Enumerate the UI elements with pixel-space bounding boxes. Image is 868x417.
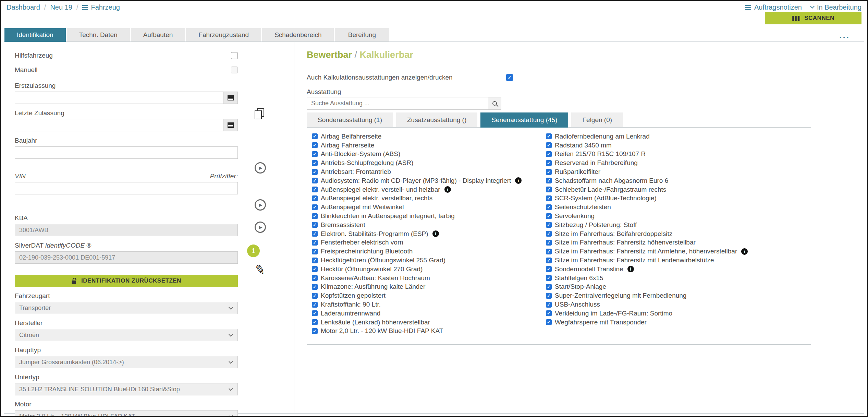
hilfsfahrzeug-checkbox[interactable] xyxy=(231,52,238,59)
equipment-checkbox[interactable] xyxy=(312,258,318,263)
haupttyp-group: Haupttyp Jumper Grossraumkasten (06.2014… xyxy=(15,346,238,368)
equipment-checkbox[interactable] xyxy=(546,187,552,192)
breadcrumb-order[interactable]: Neu 19 xyxy=(50,3,72,11)
fahrzeugart-select[interactable]: Transporter xyxy=(15,302,238,314)
equipment-checkbox[interactable] xyxy=(312,328,318,334)
equipment-item: Start/Stop-Anlage i xyxy=(546,283,780,291)
equipment-checkbox[interactable] xyxy=(546,204,552,210)
info-icon[interactable]: i xyxy=(515,177,522,184)
motor-select[interactable]: Motor 2,0 Ltr. - 120 kW Blue-HDI FAP KAT xyxy=(15,410,238,417)
equipment-checkbox[interactable] xyxy=(312,231,318,237)
equipment-checkbox[interactable] xyxy=(546,160,552,166)
status-dropdown[interactable]: In Bearbeitung xyxy=(811,3,861,11)
main-tab[interactable]: Aufbauten xyxy=(131,28,185,41)
main-tab[interactable]: Identifikation xyxy=(4,28,66,42)
page-title: Bewertbar / Kalkulierbar xyxy=(307,50,413,60)
equipment-checkbox[interactable] xyxy=(546,231,552,237)
equipment-checkbox[interactable] xyxy=(312,302,318,308)
equipment-checkbox[interactable] xyxy=(312,319,318,325)
equipment-item-label: Außenspiegel mit Weitwinkel xyxy=(321,203,404,211)
equipment-tab[interactable]: Serienausstattung (45) xyxy=(480,112,568,128)
kalkulation-checkbox[interactable] xyxy=(506,74,513,81)
equipment-checkbox[interactable] xyxy=(546,310,552,316)
equipment-checkbox[interactable] xyxy=(312,133,318,139)
equipment-checkbox[interactable] xyxy=(546,213,552,219)
vin-group: VIN Prüfziffer: xyxy=(15,172,238,194)
info-icon[interactable]: i xyxy=(741,248,748,255)
equipment-checkbox[interactable] xyxy=(546,266,552,272)
equipment-checkbox[interactable] xyxy=(546,258,552,263)
erstzulassung-calendar-button[interactable] xyxy=(223,92,237,104)
equipment-checkbox[interactable] xyxy=(546,275,552,281)
equipment-checkbox[interactable] xyxy=(312,169,318,175)
equipment-checkbox[interactable] xyxy=(312,213,318,219)
silverdat-run-button[interactable] xyxy=(255,222,266,233)
equipment-search-input[interactable] xyxy=(307,97,488,109)
equipment-checkbox[interactable] xyxy=(312,178,318,183)
letzte-zulassung-input[interactable] xyxy=(15,119,223,131)
equipment-checkbox[interactable] xyxy=(546,293,552,299)
main-tab[interactable]: Techn. Daten xyxy=(67,28,130,41)
equipment-item: Super-Zentralverriegelung mit Fernbedien… xyxy=(546,291,780,300)
equipment-checkbox[interactable] xyxy=(546,302,552,308)
vin-input[interactable] xyxy=(15,182,238,194)
equipment-checkbox[interactable] xyxy=(312,204,318,210)
equipment-checkbox[interactable] xyxy=(546,240,552,246)
equipment-checkbox[interactable] xyxy=(546,284,552,290)
main-tab[interactable]: Schadenbereich xyxy=(262,28,334,41)
equipment-checkbox[interactable] xyxy=(546,142,552,148)
breadcrumb-vehicle[interactable]: Fahrzeug xyxy=(82,3,120,11)
main-tab[interactable]: Bereifung xyxy=(335,28,389,41)
equipment-checkbox[interactable] xyxy=(312,240,318,246)
equipment-checkbox[interactable] xyxy=(312,187,318,192)
kba-run-button[interactable] xyxy=(255,199,266,211)
haupttyp-select[interactable]: Jumper Grossraumkasten (06.2014->) xyxy=(15,356,238,368)
scan-button[interactable]: SCANNEN xyxy=(765,12,861,24)
equipment-tab[interactable]: Zusatzausstattung () xyxy=(396,112,477,127)
equipment-item-label: Klimazone: Ausführung kalte Länder xyxy=(321,283,425,290)
equipment-checkbox[interactable] xyxy=(312,151,318,157)
equipment-checkbox[interactable] xyxy=(312,293,318,299)
letzte-zulassung-calendar-button[interactable] xyxy=(223,119,237,131)
untertyp-select[interactable]: 35 L2H2 TRANSLINE SOLUTION BlueHDi 160 S… xyxy=(15,383,238,395)
equipment-tab[interactable]: Sonderausstattung (1) xyxy=(307,112,393,127)
edit-pencil-icon[interactable]: ✎ xyxy=(253,261,267,278)
equipment-checkbox[interactable] xyxy=(312,284,318,290)
equipment-checkbox[interactable] xyxy=(312,310,318,316)
equipment-checkbox[interactable] xyxy=(546,178,552,183)
breadcrumb-dashboard[interactable]: Dashboard xyxy=(7,3,40,11)
equipment-checkbox[interactable] xyxy=(546,195,552,201)
more-tabs-button[interactable]: ... xyxy=(839,30,850,40)
equipment-checkbox[interactable] xyxy=(546,133,552,139)
app-window: Dashboard / Neu 19 / Fahrzeug Auftragsno… xyxy=(0,0,868,417)
erstzulassung-input[interactable] xyxy=(15,92,223,104)
info-icon[interactable]: i xyxy=(444,186,451,193)
info-icon[interactable]: i xyxy=(627,266,634,272)
equipment-tab[interactable]: Felgen (0) xyxy=(571,112,623,127)
status-label: In Bearbeitung xyxy=(817,3,861,11)
equipment-item-label: Fensterheber elektrisch vorn xyxy=(321,239,403,246)
info-icon[interactable]: i xyxy=(432,230,439,237)
order-notes-link[interactable]: Auftragsnotizen xyxy=(745,3,802,11)
equipment-checkbox[interactable] xyxy=(546,222,552,228)
equipment-checkbox[interactable] xyxy=(546,169,552,175)
vin-run-button[interactable] xyxy=(255,162,266,174)
search-button[interactable] xyxy=(488,97,501,109)
equipment-item-label: Laderaumtrennwand xyxy=(321,310,380,317)
equipment-checkbox[interactable] xyxy=(312,249,318,254)
equipment-checkbox[interactable] xyxy=(312,160,318,166)
equipment-item: Servolenkung i xyxy=(546,212,780,221)
equipment-checkbox[interactable] xyxy=(546,319,552,325)
equipment-checkbox[interactable] xyxy=(312,195,318,201)
baujahr-input[interactable] xyxy=(15,146,238,159)
equipment-checkbox[interactable] xyxy=(312,222,318,228)
copy-icon[interactable] xyxy=(255,108,264,118)
equipment-checkbox[interactable] xyxy=(312,142,318,148)
equipment-checkbox[interactable] xyxy=(546,249,552,254)
hersteller-select[interactable]: Citroën xyxy=(15,329,238,341)
equipment-checkbox[interactable] xyxy=(546,151,552,157)
equipment-checkbox[interactable] xyxy=(312,275,318,281)
reset-identification-button[interactable]: IDENTIFIKATION ZURÜCKSETZEN xyxy=(15,275,238,287)
equipment-checkbox[interactable] xyxy=(312,266,318,272)
main-tab[interactable]: Fahrzeugzustand xyxy=(186,28,261,41)
